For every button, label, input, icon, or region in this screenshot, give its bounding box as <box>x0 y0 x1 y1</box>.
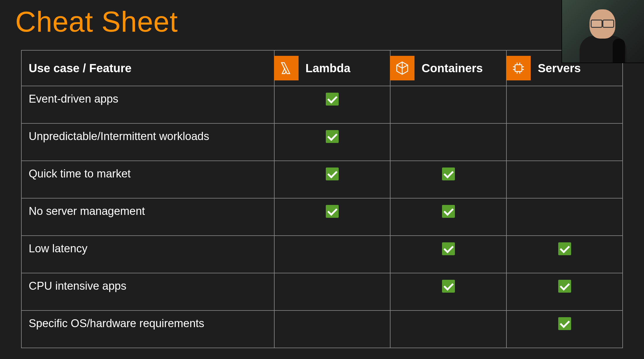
checkmark-icon <box>326 130 339 143</box>
containers-cell <box>390 236 506 273</box>
containers-cell <box>390 310 506 348</box>
containers-cell <box>390 86 506 123</box>
lambda-cell <box>274 236 390 273</box>
table-row: Unpredictable/Intermittent workloads <box>21 123 623 161</box>
comparison-table-container: Use case / Feature Lambda <box>0 38 644 348</box>
table-row: CPU intensive apps <box>21 273 623 310</box>
checkmark-icon <box>326 168 339 180</box>
checkmark-icon <box>442 168 455 180</box>
header-servers-label: Servers <box>538 62 581 75</box>
lambda-icon <box>274 56 299 80</box>
feature-cell: Low latency <box>21 236 274 273</box>
containers-cell <box>390 123 506 161</box>
table-row: Low latency <box>21 236 623 273</box>
page-title: Cheat Sheet <box>0 0 644 38</box>
checkmark-icon <box>326 205 339 218</box>
header-lambda-label: Lambda <box>306 62 350 75</box>
table-row: No server management <box>21 198 623 236</box>
servers-cell <box>506 310 623 348</box>
containers-icon <box>390 56 415 80</box>
feature-cell: No server management <box>21 198 274 236</box>
feature-cell: Specific OS/hardware requirements <box>21 310 274 348</box>
lambda-cell <box>274 161 390 198</box>
feature-cell: CPU intensive apps <box>21 273 274 310</box>
header-containers-label: Containers <box>422 62 483 75</box>
presenter-webcam <box>561 0 644 63</box>
lambda-cell <box>274 273 390 310</box>
feature-cell: Unpredictable/Intermittent workloads <box>21 123 274 161</box>
feature-cell: Event-driven apps <box>21 86 274 123</box>
lambda-cell <box>274 198 390 236</box>
servers-cell <box>506 161 623 198</box>
comparison-table: Use case / Feature Lambda <box>21 50 623 348</box>
header-containers: Containers <box>390 50 506 86</box>
checkmark-icon <box>442 242 455 255</box>
servers-icon <box>506 56 531 80</box>
servers-cell <box>506 236 623 273</box>
table-header-row: Use case / Feature Lambda <box>21 50 623 86</box>
containers-cell <box>390 198 506 236</box>
servers-cell <box>506 86 623 123</box>
feature-cell: Quick time to market <box>21 161 274 198</box>
servers-cell <box>506 123 623 161</box>
checkmark-icon <box>442 205 455 218</box>
table-row: Event-driven apps <box>21 86 623 123</box>
containers-cell <box>390 273 506 310</box>
table-row: Quick time to market <box>21 161 623 198</box>
checkmark-icon <box>558 317 571 330</box>
header-lambda: Lambda <box>274 50 390 86</box>
servers-cell <box>506 198 623 236</box>
table-row: Specific OS/hardware requirements <box>21 310 623 348</box>
lambda-cell <box>274 310 390 348</box>
checkmark-icon <box>558 280 571 293</box>
header-feature: Use case / Feature <box>21 50 274 86</box>
presenter-figure <box>577 6 629 63</box>
svg-rect-0 <box>515 65 522 71</box>
lambda-cell <box>274 86 390 123</box>
containers-cell <box>390 161 506 198</box>
checkmark-icon <box>558 242 571 255</box>
checkmark-icon <box>326 93 339 106</box>
lambda-cell <box>274 123 390 161</box>
table-body: Event-driven appsUnpredictable/Intermitt… <box>21 86 623 348</box>
checkmark-icon <box>442 280 455 293</box>
servers-cell <box>506 273 623 310</box>
